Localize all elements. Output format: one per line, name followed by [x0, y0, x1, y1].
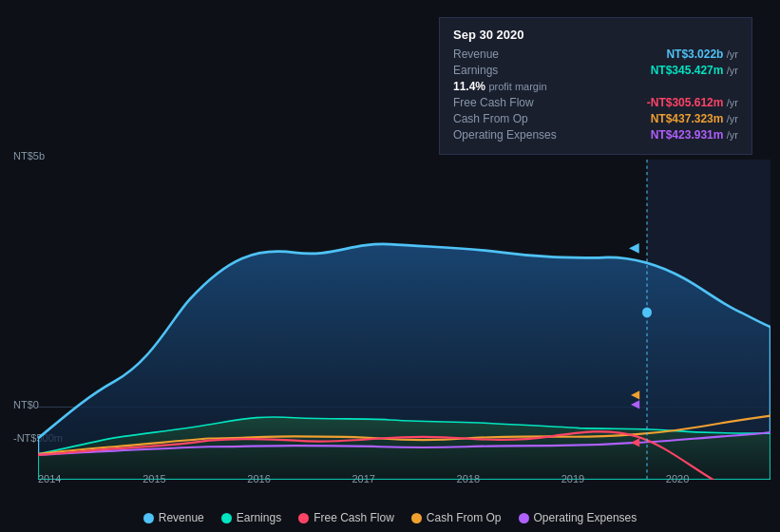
- legend-label-earnings: Earnings: [237, 511, 281, 524]
- tooltip-value-fcf: -NT$305.612m /yr: [647, 96, 738, 109]
- legend-item-opex[interactable]: Operating Expenses: [519, 511, 637, 524]
- tooltip-row-opex: Operating Expenses NT$423.931m /yr: [453, 128, 738, 142]
- tooltip-label-opex: Operating Expenses: [453, 128, 557, 142]
- tooltip-value-cashfromop: NT$437.323m /yr: [651, 112, 738, 125]
- x-label-2020: 2020: [666, 473, 689, 484]
- x-label-2019: 2019: [561, 473, 584, 484]
- chart-svg: [38, 160, 770, 480]
- tooltip-row-revenue: Revenue NT$3.022b /yr: [453, 48, 738, 61]
- legend-dot-opex: [519, 513, 529, 523]
- legend-label-revenue: Revenue: [159, 511, 204, 524]
- tooltip-row-cashfromop: Cash From Op NT$437.323m /yr: [453, 112, 738, 125]
- legend-dot-fcf: [298, 513, 309, 523]
- legend-item-cashfromop[interactable]: Cash From Op: [411, 511, 502, 524]
- tooltip-panel: Sep 30 2020 Revenue NT$3.022b /yr Earnin…: [439, 17, 752, 155]
- tooltip-label-earnings: Earnings: [453, 64, 498, 77]
- y-label-zero: NT$0: [13, 399, 39, 410]
- tooltip-label-cashfromop: Cash From Op: [453, 112, 528, 125]
- legend-dot-earnings: [221, 513, 232, 523]
- legend-item-earnings[interactable]: Earnings: [221, 511, 281, 524]
- tooltip-value-earnings: NT$345.427m /yr: [651, 64, 738, 77]
- tooltip-arrow-opex: ◀: [631, 397, 639, 410]
- legend-item-revenue[interactable]: Revenue: [143, 511, 204, 524]
- tooltip-value-opex: NT$423.931m /yr: [651, 128, 738, 142]
- legend-item-fcf[interactable]: Free Cash Flow: [298, 511, 394, 524]
- indicator-dot-revenue: [642, 307, 652, 317]
- x-label-2016: 2016: [247, 473, 270, 484]
- x-axis-labels: 2014 2015 2016 2017 2018 2019 2020: [38, 473, 770, 484]
- x-label-2015: 2015: [143, 473, 165, 484]
- tooltip-arrow-fcf: ◀: [631, 435, 639, 448]
- tooltip-profit-margin: 11.4% profit margin: [453, 80, 738, 93]
- legend-label-opex: Operating Expenses: [534, 511, 637, 524]
- legend-dot-revenue: [143, 513, 154, 523]
- legend-label-fcf: Free Cash Flow: [314, 511, 394, 524]
- legend-dot-cashfromop: [411, 513, 422, 523]
- legend-label-cashfromop: Cash From Op: [427, 511, 502, 524]
- tooltip-label-fcf: Free Cash Flow: [453, 96, 534, 109]
- tooltip-date: Sep 30 2020: [453, 28, 738, 42]
- x-label-2018: 2018: [457, 473, 480, 484]
- chart-svg-container: [38, 160, 770, 480]
- chart-legend: Revenue Earnings Free Cash Flow Cash Fro…: [0, 511, 780, 524]
- x-label-2017: 2017: [352, 473, 374, 484]
- tooltip-row-fcf: Free Cash Flow -NT$305.612m /yr: [453, 96, 738, 109]
- x-label-2014: 2014: [38, 473, 61, 484]
- tooltip-row-earnings: Earnings NT$345.427m /yr: [453, 64, 738, 77]
- tooltip-value-revenue: NT$3.022b /yr: [666, 48, 738, 61]
- tooltip-label-revenue: Revenue: [453, 48, 499, 61]
- tooltip-arrow-revenue: ◀: [629, 239, 639, 255]
